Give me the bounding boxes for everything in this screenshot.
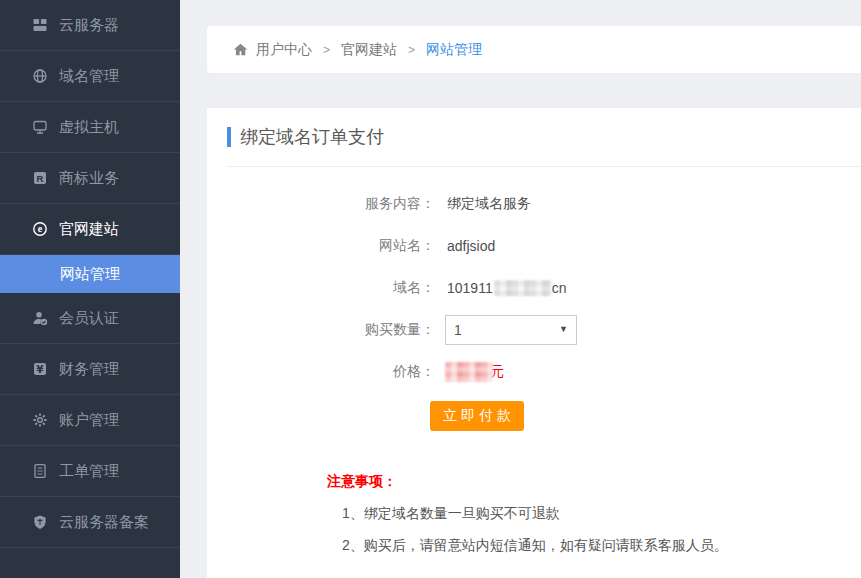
breadcrumb-item-user-center[interactable]: 用户中心 xyxy=(256,41,312,59)
quantity-select-wrap: 1 ▼ xyxy=(445,315,577,345)
sidebar: 云服务器 域名管理 虚拟主机 R 商标业务 e 官网建站 网站管理 会员认证 xyxy=(0,0,180,578)
sidebar-item-label: 域名管理 xyxy=(59,67,119,86)
svg-text:¥: ¥ xyxy=(36,363,44,375)
breadcrumb: 用户中心 > 官网建站 > 网站管理 xyxy=(207,26,861,73)
breadcrumb-separator: > xyxy=(408,43,415,57)
quantity-label: 购买数量： xyxy=(227,321,435,339)
sidebar-item-cloud-server[interactable]: 云服务器 xyxy=(0,0,180,51)
domain-suffix: cn xyxy=(552,280,567,296)
svg-text:e: e xyxy=(38,223,43,234)
sitename-value: adfjsiod xyxy=(447,238,495,254)
domain-icon xyxy=(32,68,48,84)
sidebar-item-work-order[interactable]: 工单管理 xyxy=(0,446,180,497)
form-row-sitename: 网站名： adfjsiod xyxy=(227,225,861,267)
sidebar-item-label: 会员认证 xyxy=(59,309,119,328)
pay-button-row: 立即付款 xyxy=(227,401,861,431)
sidebar-submenu-website-management[interactable]: 网站管理 xyxy=(0,255,180,293)
main-panel: 绑定域名订单支付 服务内容： 绑定域名服务 网站名： adfjsiod 域名： … xyxy=(207,108,861,578)
sidebar-item-label: 工单管理 xyxy=(59,462,119,481)
note-item-2: 2、购买后，请留意站内短信通知，如有疑问请联系客服人员。 xyxy=(342,537,861,555)
filing-shield-icon xyxy=(32,514,48,530)
sidebar-item-finance[interactable]: ¥ 财务管理 xyxy=(0,344,180,395)
breadcrumb-item-website-build[interactable]: 官网建站 xyxy=(341,41,397,59)
content-area: 用户中心 > 官网建站 > 网站管理 绑定域名订单支付 服务内容： 绑定域名服务… xyxy=(207,0,861,578)
website-build-icon: e xyxy=(32,221,48,237)
sidebar-item-label: 账户管理 xyxy=(59,411,119,430)
domain-label: 域名： xyxy=(227,279,435,297)
service-value: 绑定域名服务 xyxy=(447,195,531,213)
notes-section: 注意事项： 1、绑定域名数量一旦购买不可退款 2、购买后，请留意站内短信通知，如… xyxy=(327,473,861,555)
page-title: 绑定域名订单支付 xyxy=(240,125,384,149)
note-item-1: 1、绑定域名数量一旦购买不可退款 xyxy=(342,505,861,523)
home-icon xyxy=(233,42,248,57)
domain-value: 101911 cn xyxy=(447,280,566,296)
account-gear-icon xyxy=(32,412,48,428)
breadcrumb-separator: > xyxy=(323,43,330,57)
form-row-price: 价格： 元 xyxy=(227,351,861,393)
sidebar-item-virtual-host[interactable]: 虚拟主机 xyxy=(0,102,180,153)
sidebar-submenu-label: 网站管理 xyxy=(60,265,120,284)
quantity-select[interactable]: 1 xyxy=(445,315,577,345)
virtual-host-icon xyxy=(32,119,48,135)
breadcrumb-item-website-management[interactable]: 网站管理 xyxy=(426,41,482,59)
sidebar-item-label: 官网建站 xyxy=(59,220,119,239)
sidebar-item-label: 财务管理 xyxy=(59,360,119,379)
sidebar-item-domain[interactable]: 域名管理 xyxy=(0,51,180,102)
service-label: 服务内容： xyxy=(227,195,435,213)
pay-now-button[interactable]: 立即付款 xyxy=(430,401,524,431)
notes-heading: 注意事项： xyxy=(327,473,861,491)
price-label: 价格： xyxy=(227,363,435,381)
form-row-domain: 域名： 101911 cn xyxy=(227,267,861,309)
svg-text:R: R xyxy=(37,173,44,184)
title-accent-bar xyxy=(227,127,231,147)
sidebar-item-label: 云服务器 xyxy=(59,16,119,35)
trademark-icon: R xyxy=(32,170,48,186)
sidebar-item-account[interactable]: 账户管理 xyxy=(0,395,180,446)
form-row-service: 服务内容： 绑定域名服务 xyxy=(227,183,861,225)
sidebar-item-trademark[interactable]: R 商标业务 xyxy=(0,153,180,204)
domain-prefix: 101911 xyxy=(447,280,493,296)
finance-icon: ¥ xyxy=(32,361,48,377)
panel-title-row: 绑定域名订单支付 xyxy=(227,125,861,167)
work-order-icon xyxy=(32,463,48,479)
sidebar-item-member-cert[interactable]: 会员认证 xyxy=(0,293,180,344)
order-form: 服务内容： 绑定域名服务 网站名： adfjsiod 域名： 101911 cn… xyxy=(227,183,861,431)
sidebar-item-label: 虚拟主机 xyxy=(59,118,119,137)
domain-redacted-blur xyxy=(494,280,551,296)
cloud-server-icon xyxy=(32,17,48,33)
sidebar-item-server-filing[interactable]: 云服务器备案 xyxy=(0,497,180,548)
sidebar-item-label: 云服务器备案 xyxy=(59,513,149,532)
sidebar-item-label: 商标业务 xyxy=(59,169,119,188)
sitename-label: 网站名： xyxy=(227,237,435,255)
form-row-quantity: 购买数量： 1 ▼ xyxy=(227,309,861,351)
sidebar-item-website-build[interactable]: e 官网建站 xyxy=(0,204,180,255)
member-cert-icon xyxy=(32,310,48,326)
price-redacted-blur xyxy=(445,362,493,382)
